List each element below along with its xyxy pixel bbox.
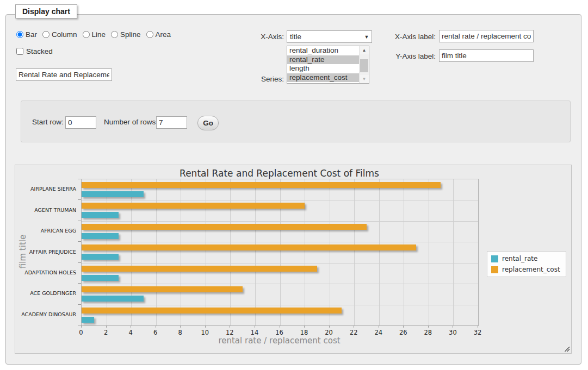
number-of-rows-label: Number of rows: [104, 118, 158, 126]
x-tick-label: 24 [370, 329, 387, 336]
chart-type-radio-column[interactable] [42, 31, 49, 38]
x-tick-label: 12 [221, 329, 238, 336]
start-row-input[interactable] [65, 116, 96, 129]
chart-type-option-bar[interactable]: Bar [16, 30, 37, 39]
stacked-checkbox-row[interactable]: Stacked [16, 47, 53, 55]
x-tick-mark [354, 325, 354, 328]
x-tick-label: 6 [147, 329, 164, 336]
bar-replacement_cost [82, 286, 243, 292]
gridline [156, 179, 157, 325]
scrollbar-thumb[interactable] [360, 59, 368, 72]
resize-handle-icon[interactable] [564, 346, 570, 352]
chart-type-option-spline[interactable]: Spline [111, 30, 141, 39]
legend-entry-rental_rate: rental_rate [491, 255, 560, 262]
x-tick-mark [180, 325, 181, 328]
chart-type-radio-line[interactable] [83, 31, 90, 38]
x-axis-select-value: title [287, 33, 362, 41]
stacked-label: Stacked [26, 47, 53, 55]
y-category-label: AGENT TRUMAN [15, 207, 76, 213]
x-tick-label: 14 [246, 329, 263, 336]
y-category-label: AFFAIR PREJUDICE [15, 249, 76, 255]
chart-type-radio-label: Line [92, 30, 106, 39]
chart-type-radio-label: Column [52, 30, 77, 39]
gridline [82, 221, 478, 222]
x-tick-mark [280, 325, 280, 328]
series-listbox-options: rental_durationrental_ratelengthreplacem… [287, 46, 360, 83]
x-tick-label: 30 [444, 329, 461, 336]
number-of-rows-input[interactable] [156, 116, 187, 129]
x-tick-label: 22 [345, 329, 362, 336]
row-controls-box: Start row: Number of rows: Go [21, 101, 571, 142]
x-axis-select-label: X-Axis: [261, 33, 284, 41]
gridline [82, 305, 478, 305]
gridline [429, 179, 429, 325]
bar-replacement_cost [82, 308, 342, 313]
chart-title-input[interactable] [16, 68, 112, 81]
plot-area [81, 179, 479, 326]
y-tick-mark [78, 325, 81, 325]
y-tick-mark [78, 199, 81, 200]
chart-type-radio-label: Area [156, 30, 171, 39]
bar-rental_rate [82, 233, 119, 239]
gridline [107, 179, 107, 325]
gridline [280, 179, 281, 325]
y-axis-label-field-label: Y-Axis label: [395, 52, 436, 60]
gridline [82, 242, 478, 242]
chart-type-option-column[interactable]: Column [42, 30, 77, 39]
bar-rental_rate [82, 254, 119, 260]
x-tick-mark [403, 325, 404, 328]
stacked-checkbox[interactable] [16, 48, 23, 55]
chart-type-option-area[interactable]: Area [146, 30, 171, 39]
gridline [230, 179, 231, 325]
series-option-rental_duration[interactable]: rental_duration [287, 46, 360, 55]
series-option-replacement_cost[interactable]: replacement_cost [287, 73, 360, 83]
chart-type-radio-label: Bar [26, 30, 37, 39]
series-option-length[interactable]: length [287, 64, 360, 73]
x-tick-mark [379, 325, 379, 328]
fieldset-legend: Display chart [15, 4, 77, 18]
x-tick-mark [205, 325, 206, 328]
x-tick-mark [329, 325, 330, 328]
bar-replacement_cost [82, 182, 441, 188]
gridline [255, 179, 256, 325]
series-listbox[interactable]: rental_durationrental_ratelengthreplacem… [287, 46, 369, 84]
y-category-label: ADAPTATION HOLES [15, 269, 76, 275]
x-tick-label: 8 [172, 329, 188, 336]
gridline [354, 179, 355, 325]
go-button[interactable]: Go [197, 116, 219, 130]
legend-label: rental_rate [502, 255, 537, 262]
bar-replacement_cost [82, 244, 416, 250]
page: Display chart BarColumnLineSplineArea St… [0, 0, 588, 370]
gridline [305, 179, 305, 325]
chart-type-radio-spline[interactable] [111, 31, 118, 38]
x-tick-label: 26 [395, 329, 411, 336]
chart-title: Rental Rate and Replacement Cost of Film… [81, 168, 478, 179]
scroll-down-icon[interactable]: ▼ [360, 75, 369, 83]
chart-type-radio-bar[interactable] [16, 31, 23, 38]
x-tick-label: 18 [296, 329, 312, 336]
series-listbox-scrollbar[interactable]: ▲ ▼ [359, 46, 369, 83]
bar-rental_rate [82, 212, 119, 218]
gridline [82, 263, 478, 264]
bar-replacement_cost [82, 203, 305, 209]
y-category-label: AFRICAN EGG [15, 228, 76, 234]
chart-type-option-line[interactable]: Line [83, 30, 106, 39]
chart-legend: rental_ratereplacement_cost [487, 251, 566, 277]
scroll-up-icon[interactable]: ▲ [360, 46, 369, 54]
x-axis-select[interactable]: title ▼ [287, 30, 372, 43]
y-category-label: ACE GOLDFINGER [15, 290, 76, 296]
legend-swatch-icon [491, 255, 498, 262]
series-option-rental_rate[interactable]: rental_rate [287, 55, 360, 65]
bar-rental_rate [82, 191, 144, 197]
y-category-label: ACADEMY DINOSAUR [15, 311, 76, 317]
gridline [82, 200, 478, 200]
gridline [181, 179, 181, 325]
start-row-label: Start row: [32, 118, 64, 126]
gridline [379, 179, 380, 325]
x-tick-mark [304, 325, 305, 328]
bar-replacement_cost [82, 224, 367, 230]
chart-type-radio-area[interactable] [146, 31, 153, 38]
y-axis-label-input[interactable] [439, 49, 534, 62]
x-tick-label: 10 [197, 329, 213, 336]
x-axis-label-input[interactable] [439, 30, 534, 42]
